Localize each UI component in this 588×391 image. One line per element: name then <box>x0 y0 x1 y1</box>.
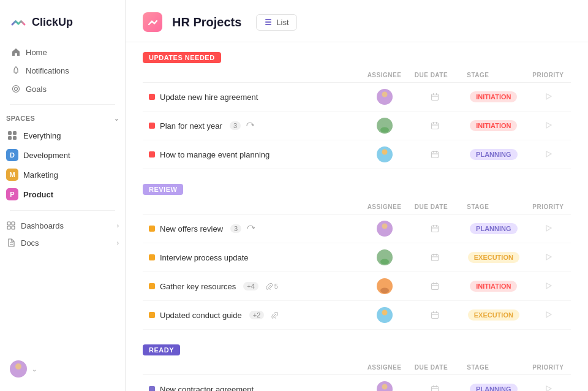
task-dot <box>149 151 155 158</box>
date-icon <box>415 311 455 319</box>
svg-rect-56 <box>431 313 438 319</box>
ready-table: ASSIGNEE DUE DATE STAGE PRIORITY New con… <box>143 360 571 391</box>
sidebar-item-notifications[interactable]: Notifications <box>5 61 120 80</box>
sidebar: ClickUp Home Notifications Goals S <box>0 0 126 391</box>
product-dot: P <box>6 188 18 200</box>
section-updates-label: UPDATES NEEDED <box>143 52 221 63</box>
svg-rect-8 <box>12 222 15 225</box>
project-icon <box>143 12 162 32</box>
svg-rect-16 <box>265 21 271 23</box>
table-row[interactable]: New offers review 3 <box>143 214 571 243</box>
user-avatar-img <box>10 360 27 378</box>
logo[interactable]: ClickUp <box>0 7 125 43</box>
svg-point-25 <box>380 127 389 133</box>
svg-point-54 <box>382 310 388 316</box>
spaces-section-header[interactable]: Spaces ⌄ <box>0 111 125 126</box>
home-icon <box>11 47 21 57</box>
section-review: REVIEW ASSIGNEE DUE DATE STAGE PRIORITY <box>143 184 571 330</box>
col-header-date-updates: DUE DATE <box>409 68 461 83</box>
divider-1 <box>10 104 115 105</box>
sidebar-item-everything[interactable]: Everything <box>0 126 125 145</box>
priority-icon <box>532 385 565 391</box>
user-avatar[interactable] <box>10 360 27 378</box>
docs-left: Docs <box>6 238 39 248</box>
spaces-label: Spaces <box>6 115 35 122</box>
svg-point-14 <box>13 371 23 377</box>
svg-point-18 <box>382 92 388 97</box>
svg-point-1 <box>13 86 20 93</box>
date-icon <box>415 121 455 130</box>
development-dot: D <box>6 149 18 161</box>
date-icon <box>415 224 455 233</box>
section-ready: READY ASSIGNEE DUE DATE STAGE PRIORITY <box>143 344 571 391</box>
avatar <box>377 89 393 105</box>
priority-icon <box>532 121 565 130</box>
table-row[interactable]: Interview process update <box>143 243 571 272</box>
view-list-button[interactable]: List <box>256 14 296 31</box>
task-dot <box>149 254 155 260</box>
section-ready-label: READY <box>143 344 180 355</box>
stage-badge: EXECUTION <box>468 252 519 263</box>
logo-text: ClickUp <box>32 16 73 29</box>
svg-point-60 <box>382 384 388 390</box>
sidebar-item-home[interactable]: Home <box>5 43 120 61</box>
sidebar-item-development[interactable]: D Development <box>0 145 125 165</box>
date-icon <box>415 93 455 101</box>
col-header-date-ready: DUE DATE <box>409 360 461 375</box>
task-name: How to manage event planning <box>160 150 270 159</box>
sidebar-nav: Home Notifications Goals <box>0 43 125 98</box>
docs-icon <box>6 238 16 248</box>
task-dot <box>149 226 155 232</box>
table-row[interactable]: Plan for next year 3 <box>143 112 571 140</box>
svg-rect-20 <box>431 94 438 101</box>
sidebar-item-notifications-label: Notifications <box>26 66 69 75</box>
svg-rect-9 <box>7 226 10 229</box>
priority-icon <box>532 150 565 159</box>
sidebar-item-everything-label: Everything <box>23 131 61 140</box>
table-row[interactable]: New contractor agreement <box>143 375 571 392</box>
dashboards-label: Dashboards <box>21 221 64 230</box>
sidebar-item-docs[interactable]: Docs › <box>0 234 125 251</box>
spaces-chevron: ⌄ <box>114 115 119 122</box>
table-row[interactable]: Updated conduct guide +2 <box>143 301 571 330</box>
svg-rect-7 <box>7 222 10 225</box>
table-row[interactable]: How to manage event planning <box>143 140 571 169</box>
col-header-priority-ready: PRIORITY <box>526 360 571 375</box>
svg-point-30 <box>382 150 388 155</box>
svg-point-37 <box>380 230 389 236</box>
table-row[interactable]: Update new hire agreement <box>143 83 571 112</box>
user-menu-chevron: ⌄ <box>32 366 37 373</box>
avatar <box>377 146 393 162</box>
col-header-name-updates <box>143 68 361 83</box>
table-row[interactable]: Gather key resources +4 5 <box>143 272 571 301</box>
svg-point-43 <box>380 259 389 265</box>
sidebar-item-goals[interactable]: Goals <box>5 80 120 98</box>
view-list-label: List <box>276 18 288 27</box>
task-dot <box>149 283 155 289</box>
avatar <box>377 278 393 294</box>
stage-badge: PLANNING <box>470 223 517 234</box>
docs-label: Docs <box>21 238 39 248</box>
main-header: HR Projects List <box>126 0 588 42</box>
avatar <box>377 307 393 323</box>
sidebar-item-dashboards[interactable]: Dashboards › <box>0 217 125 234</box>
svg-point-24 <box>382 121 388 126</box>
sidebar-item-product[interactable]: P Product <box>0 184 125 204</box>
bell-icon <box>11 66 21 75</box>
stage-badge: INITIATION <box>470 281 517 292</box>
sidebar-item-marketing[interactable]: M Marketing <box>0 165 125 184</box>
recur-icon <box>246 224 255 233</box>
stage-badge: INITIATION <box>470 120 517 131</box>
attach-info <box>271 312 278 319</box>
svg-rect-4 <box>13 131 17 135</box>
stage-badge: EXECUTION <box>468 309 519 321</box>
docs-chevron: › <box>117 240 119 246</box>
col-header-priority-review: PRIORITY <box>526 200 571 214</box>
priority-icon <box>532 311 565 319</box>
avatar <box>377 249 393 265</box>
task-badge: 3 <box>230 224 241 233</box>
svg-rect-6 <box>13 136 17 140</box>
svg-rect-5 <box>8 136 12 140</box>
task-name: Gather key resources <box>160 282 236 291</box>
sidebar-item-goals-label: Goals <box>26 85 47 94</box>
